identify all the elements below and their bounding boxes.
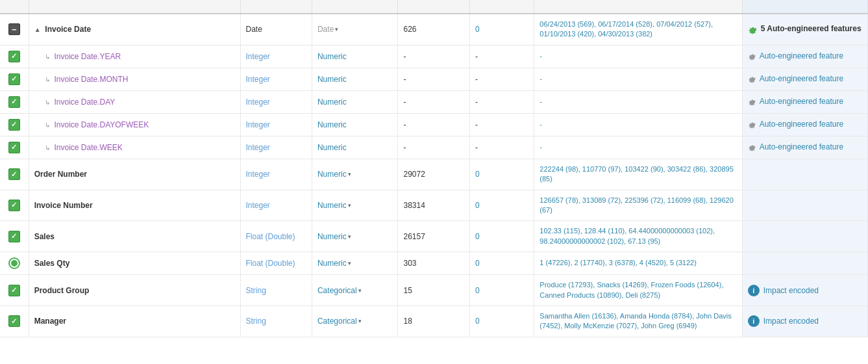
feature-cell: Sales	[29, 221, 240, 252]
distinct-cell: 626	[398, 14, 469, 45]
checkbox-green[interactable]	[8, 96, 20, 108]
distinct-cell: -	[398, 136, 469, 159]
sample-text: -	[539, 143, 542, 151]
table-row: Product GroupStringCategorical▾150Produc…	[0, 275, 868, 306]
featuretype-cell[interactable]: Date▾	[312, 14, 398, 45]
null-cell: 0	[469, 159, 534, 190]
featuretype-dropdown-arrow[interactable]: ▾	[348, 171, 351, 177]
sample-cell: -	[534, 68, 742, 90]
null-cell: 0	[469, 221, 534, 252]
header-featuretype	[312, 0, 398, 14]
checkbox-cell[interactable]	[0, 159, 29, 190]
impact-encoded-text: Impact encoded	[763, 286, 819, 295]
checkbox-cell[interactable]	[0, 252, 29, 275]
null-value: -	[475, 98, 478, 107]
checkbox-cell[interactable]	[0, 14, 29, 45]
featuretype-cell[interactable]: Numeric▾	[312, 221, 398, 252]
checkbox-green[interactable]	[8, 119, 20, 131]
checkbox-green[interactable]	[8, 51, 20, 62]
checkbox-cell[interactable]	[0, 275, 29, 306]
featuretype-cell[interactable]: Numeric	[312, 113, 398, 136]
checkbox-green[interactable]	[8, 231, 20, 242]
featuretype-text: Numeric	[317, 52, 347, 61]
datatype-cell: String	[240, 275, 312, 306]
checkbox-green[interactable]	[8, 168, 20, 180]
featuretype-text: Date	[317, 25, 334, 34]
insights-cell: 5 Auto-engineered features	[742, 14, 867, 45]
checkbox-cell[interactable]	[0, 306, 29, 337]
checkbox-cell[interactable]	[0, 221, 29, 252]
table-row: SalesFloat (Double)Numeric▾261570102.33 …	[0, 221, 868, 252]
checkbox-cell[interactable]	[0, 90, 29, 113]
features-table-container: ▲ Invoice DateDateDate▾626006/24/2013 (5…	[0, 0, 868, 337]
auto-engineered-link-insight: Auto-engineered feature	[748, 142, 862, 152]
featuretype-cell[interactable]: Numeric	[312, 90, 398, 113]
featuretype-cell[interactable]: Categorical▾	[312, 306, 398, 337]
featuretype-cell[interactable]: Numeric	[312, 68, 398, 90]
checkbox-cell[interactable]	[0, 190, 29, 221]
checkbox-target[interactable]	[8, 257, 20, 269]
checkbox-cell[interactable]	[0, 113, 29, 136]
null-value: 0	[475, 317, 480, 326]
datatype-cell: Integer	[240, 159, 312, 190]
featuretype-dropdown-arrow[interactable]: ▾	[358, 318, 362, 324]
checkbox-green[interactable]	[8, 73, 20, 85]
datatype-text: Integer	[246, 201, 270, 210]
sample-text: -	[539, 98, 542, 105]
featuretype-dropdown-arrow[interactable]: ▾	[348, 202, 351, 209]
datatype-text: Integer	[246, 52, 270, 61]
checkbox-cell[interactable]	[0, 68, 29, 90]
featuretype-cell[interactable]: Numeric▾	[312, 190, 398, 221]
featuretype-text: Numeric	[317, 120, 347, 129]
feature-name-text: Invoice Date.YEAR	[54, 52, 121, 61]
feature-name-text: Order Number	[34, 170, 87, 179]
auto-engineered-link-text[interactable]: Auto-engineered feature	[760, 120, 843, 129]
featuretype-dropdown-arrow[interactable]: ▾	[335, 26, 338, 32]
checkbox-green[interactable]	[8, 200, 20, 211]
feature-name-text: Manager	[34, 317, 66, 326]
checkbox-green[interactable]	[8, 142, 20, 153]
feature-name-text: Invoice Date.DAYOFWEEK	[54, 120, 149, 129]
datatype-text: Integer	[246, 98, 270, 107]
table-row: ↳ Invoice Date.MONTHIntegerNumeric---Aut…	[0, 68, 868, 90]
checkbox-minus[interactable]	[8, 23, 20, 35]
gear-icon	[748, 75, 757, 84]
checkbox-cell[interactable]	[0, 136, 29, 159]
sample-cell: -	[534, 136, 742, 159]
auto-engineered-bold-text: 5 Auto-engineered features	[761, 24, 862, 33]
header-feature	[29, 0, 240, 14]
sample-text: Samantha Allen (16136), Amanda Honda (87…	[539, 312, 731, 330]
insights-cell: iImpact encoded	[742, 306, 867, 337]
checkbox-green[interactable]	[8, 315, 20, 327]
featuretype-dropdown-arrow[interactable]: ▾	[348, 260, 351, 266]
featuretype-dropdown-arrow[interactable]: ▾	[358, 287, 362, 294]
gear-icon	[748, 143, 757, 152]
checkbox-green[interactable]	[8, 285, 20, 296]
sample-text: 126657 (78), 313089 (72), 225396 (72), 1…	[539, 196, 733, 214]
auto-engineered-link-text[interactable]: Auto-engineered feature	[760, 142, 843, 151]
featuretype-dropdown-arrow[interactable]: ▾	[348, 233, 351, 240]
featuretype-cell[interactable]: Numeric	[312, 136, 398, 159]
auto-engineered-link-text[interactable]: Auto-engineered feature	[760, 97, 843, 106]
checkbox-cell[interactable]	[0, 45, 29, 68]
feature-name-text: Invoice Number	[34, 201, 93, 210]
featuretype-cell[interactable]: Numeric▾	[312, 252, 398, 275]
null-cell: 0	[469, 190, 534, 221]
insights-cell	[742, 190, 867, 221]
featuretype-text: Numeric	[317, 232, 347, 241]
featuretype-cell[interactable]: Numeric▾	[312, 159, 398, 190]
featuretype-cell[interactable]: Numeric	[312, 45, 398, 68]
auto-engineered-link-text[interactable]: Auto-engineered feature	[760, 51, 843, 60]
feature-cell: Invoice Number	[29, 190, 240, 221]
insights-cell	[742, 252, 867, 275]
auto-engineered-link-text[interactable]: Auto-engineered feature	[760, 74, 843, 83]
sample-cell: -	[534, 45, 742, 68]
header-datatype	[240, 0, 312, 14]
datatype-text: Date	[246, 25, 262, 34]
gear-icon	[748, 120, 757, 129]
featuretype-text: Numeric	[317, 170, 347, 179]
insights-cell: Auto-engineered feature	[742, 136, 867, 159]
featuretype-cell[interactable]: Categorical▾	[312, 275, 398, 306]
auto-engineered-link-insight: Auto-engineered feature	[748, 51, 862, 61]
gear-icon	[748, 25, 758, 35]
